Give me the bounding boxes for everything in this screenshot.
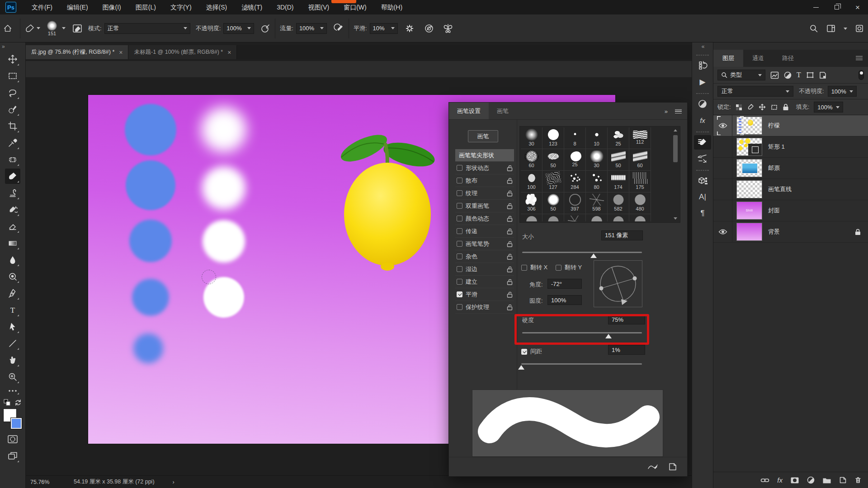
brush-preset[interactable]: 123 bbox=[542, 127, 564, 149]
adjustments-panel-button[interactable] bbox=[694, 97, 711, 111]
brush-preset[interactable]: 100 bbox=[521, 171, 542, 192]
layer-row[interactable]: 背景 bbox=[713, 221, 868, 243]
search-icon[interactable] bbox=[809, 24, 818, 33]
menu-item[interactable]: 文字(Y) bbox=[163, 0, 199, 14]
unlock-icon[interactable] bbox=[507, 253, 513, 260]
option-checkbox[interactable] bbox=[457, 228, 462, 234]
layer-thumbnail[interactable]: Shill bbox=[737, 202, 762, 219]
brush-preset[interactable]: 25 bbox=[564, 149, 586, 171]
menu-item[interactable]: 帮助(H) bbox=[374, 0, 410, 14]
lasso-tool[interactable] bbox=[5, 85, 20, 100]
spacing-control[interactable]: 间距 bbox=[521, 347, 542, 356]
photoshop-logo[interactable]: Ps bbox=[5, 2, 16, 13]
visibility-toggle[interactable] bbox=[713, 221, 732, 242]
filter-type-text-icon[interactable]: T bbox=[797, 71, 801, 79]
filter-shape-icon[interactable] bbox=[806, 71, 814, 79]
menu-item[interactable]: 滤镜(T) bbox=[234, 0, 269, 14]
unlock-icon[interactable] bbox=[507, 291, 513, 298]
document-tab[interactable]: 未标题-1 @ 100% (邮票, RGB/8#) * × bbox=[128, 45, 237, 59]
live-tip-preview-icon[interactable] bbox=[647, 462, 658, 471]
brush-preset[interactable] bbox=[608, 214, 629, 221]
tab-brush-settings[interactable]: 画笔设置 bbox=[449, 103, 489, 119]
unlock-icon[interactable] bbox=[507, 203, 513, 209]
layer-thumbnail[interactable] bbox=[737, 160, 762, 177]
brush-preset[interactable]: 582 bbox=[608, 192, 629, 214]
blend-mode-select[interactable]: 正常 bbox=[104, 23, 190, 34]
layer-row[interactable]: 柠檬 bbox=[713, 115, 868, 136]
lock-pixels-icon[interactable] bbox=[747, 103, 754, 111]
pen-tool[interactable] bbox=[5, 286, 20, 301]
link-layers-icon[interactable] bbox=[760, 477, 769, 483]
blur-tool[interactable] bbox=[5, 252, 20, 267]
eraser-tool[interactable] bbox=[5, 219, 20, 234]
status-chevron-icon[interactable]: › bbox=[173, 479, 175, 485]
close-button[interactable]: × bbox=[847, 0, 868, 14]
layer-opacity-field[interactable]: 100% bbox=[828, 86, 857, 97]
default-colors-icon[interactable] bbox=[4, 399, 11, 406]
size-slider[interactable] bbox=[522, 252, 642, 253]
zoom-tool[interactable] bbox=[5, 369, 20, 385]
layer-row[interactable]: 矩形 1 bbox=[713, 136, 868, 158]
option-checkbox[interactable] bbox=[457, 216, 462, 221]
brush-preset[interactable]: 397 bbox=[564, 192, 586, 214]
dodge-tool[interactable] bbox=[5, 269, 20, 284]
angle-dial[interactable] bbox=[594, 260, 642, 307]
brush-tip-shape-item[interactable]: 画笔笔尖形状 bbox=[455, 149, 514, 162]
add-adjustment-icon[interactable] bbox=[807, 476, 815, 484]
gradient-tool[interactable] bbox=[5, 235, 20, 251]
brush-preset[interactable]: 10 bbox=[586, 127, 608, 149]
visibility-toggle[interactable] bbox=[713, 115, 732, 136]
new-group-icon[interactable] bbox=[822, 477, 831, 484]
brush-option-item[interactable]: 保护纹理 bbox=[455, 301, 514, 314]
brush-preset[interactable]: 284 bbox=[564, 171, 586, 192]
layer-row[interactable]: 邮票 bbox=[713, 158, 868, 179]
tab-brushes[interactable]: 画笔 bbox=[489, 103, 517, 119]
panel-tab[interactable]: 通道 bbox=[743, 50, 773, 67]
history-panel-button[interactable] bbox=[694, 58, 711, 73]
filter-adjustment-icon[interactable] bbox=[784, 71, 792, 79]
scroll-down-icon[interactable] bbox=[674, 217, 677, 220]
path-selection-tool[interactable] bbox=[5, 319, 20, 334]
tab-close-icon[interactable]: × bbox=[227, 49, 231, 56]
layer-name[interactable]: 矩形 1 bbox=[768, 143, 785, 151]
panel-tab[interactable]: 路径 bbox=[773, 50, 803, 67]
history-brush-tool[interactable] bbox=[5, 202, 20, 217]
panel-grip[interactable] bbox=[696, 170, 709, 171]
zoom-level-field[interactable]: 75.76% bbox=[30, 479, 62, 485]
brushes-button[interactable]: 画笔 bbox=[468, 130, 498, 142]
collapse-panel-icon[interactable]: » bbox=[665, 108, 668, 115]
filter-type-select[interactable]: 类型 bbox=[717, 70, 765, 80]
spacing-slider[interactable] bbox=[521, 363, 642, 365]
unlock-icon[interactable] bbox=[507, 165, 513, 171]
unlock-icon[interactable] bbox=[507, 216, 513, 222]
layer-name[interactable]: 背景 bbox=[768, 228, 780, 236]
fill-field[interactable]: 100% bbox=[814, 102, 843, 113]
eyedropper-tool[interactable] bbox=[5, 135, 20, 150]
filter-pixel-icon[interactable] bbox=[770, 71, 779, 79]
scrollbar-thumb[interactable] bbox=[673, 135, 678, 162]
visibility-toggle[interactable] bbox=[713, 179, 732, 200]
quick-selection-tool[interactable] bbox=[5, 102, 20, 117]
menu-item[interactable]: 选择(S) bbox=[199, 0, 235, 14]
flip-x-checkbox[interactable] bbox=[521, 265, 527, 271]
new-layer-icon[interactable] bbox=[839, 476, 847, 484]
materials-panel-button[interactable] bbox=[694, 174, 711, 188]
unlock-icon[interactable] bbox=[507, 304, 513, 310]
option-checkbox[interactable] bbox=[457, 291, 462, 297]
brush-preset[interactable]: 50 bbox=[542, 149, 564, 171]
option-checkbox[interactable] bbox=[457, 178, 462, 183]
unlock-icon[interactable] bbox=[507, 266, 513, 272]
option-checkbox[interactable] bbox=[457, 241, 462, 247]
layer-row[interactable]: Shill 封面 bbox=[713, 200, 868, 221]
layer-blend-mode-select[interactable]: 正常 bbox=[717, 86, 793, 97]
unlock-icon[interactable] bbox=[507, 241, 513, 247]
brush-preset[interactable] bbox=[521, 214, 542, 221]
chevron-down-icon[interactable] bbox=[844, 28, 847, 30]
character-panel-button[interactable]: A| bbox=[694, 190, 711, 204]
marquee-tool[interactable] bbox=[5, 68, 20, 84]
brush-preset[interactable]: 112 bbox=[629, 127, 651, 149]
layers-menu-button[interactable] bbox=[856, 56, 863, 60]
layer-name[interactable]: 封面 bbox=[768, 206, 780, 215]
brush-preset[interactable] bbox=[629, 214, 651, 221]
add-mask-icon[interactable] bbox=[790, 477, 799, 484]
